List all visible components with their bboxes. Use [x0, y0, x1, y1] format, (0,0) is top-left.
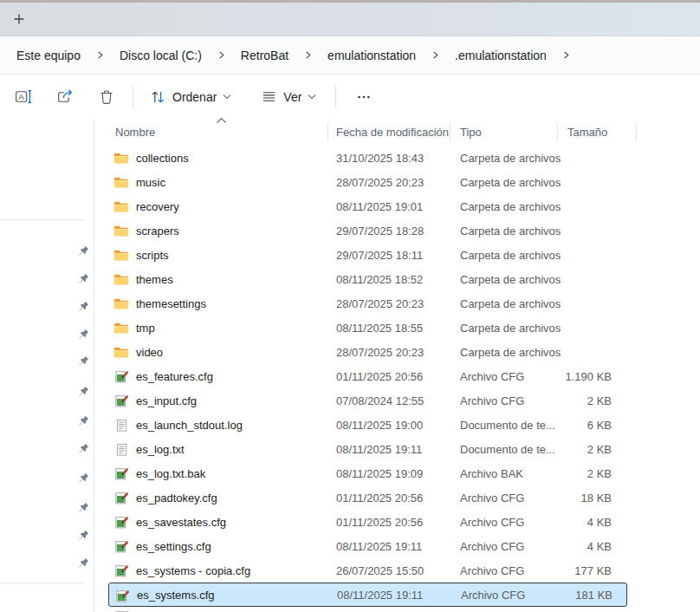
file-size [481, 218, 612, 243]
share-icon [56, 88, 75, 106]
file-name: themes [136, 267, 173, 291]
file-size [481, 340, 612, 364]
new-tab-button[interactable] [9, 9, 29, 29]
file-row[interactable]: scrapers 29/07/2025 18:28 Carpeta de arc… [108, 218, 627, 243]
file-name: es_log.txt.bak [136, 461, 205, 485]
pinned-item-pin-icon[interactable] [76, 529, 90, 541]
pinned-item-pin-icon[interactable] [76, 385, 90, 397]
file-row[interactable]: scripts 29/07/2025 18:11 Carpeta de arch… [108, 243, 627, 267]
toolbar-divider [133, 86, 133, 108]
file-name: es_systems - copia.cfg [136, 558, 250, 583]
file-size: 177 KB [481, 558, 612, 583]
file-name: es_launch_stdout.log [136, 413, 243, 437]
more-options-button[interactable] [347, 81, 381, 113]
pinned-item-pin-icon[interactable] [76, 501, 90, 513]
file-size: 2 KB [481, 388, 612, 413]
cfg-file-icon [113, 393, 129, 408]
pinned-item-pin-icon[interactable] [76, 244, 90, 257]
file-row[interactable]: es_savestates.cfg 01/11/2025 20:56 Archi… [108, 510, 627, 534]
file-row[interactable]: themes 08/11/2025 18:52 Carpeta de archi… [108, 267, 627, 291]
nav-section-divider [0, 219, 84, 220]
view-menu-button[interactable]: Ver [252, 81, 325, 113]
file-size: 18 KB [481, 485, 612, 510]
file-row[interactable]: tmp 08/11/2025 18:55 Carpeta de archivos [108, 316, 627, 340]
file-row[interactable]: es_systems - copia.cfg 26/07/2025 15:50 … [108, 558, 627, 583]
file-date: 29/07/2025 18:28 [336, 218, 424, 243]
file-date: 28/07/2025 20:23 [336, 291, 424, 316]
cfg-file-icon [113, 538, 129, 554]
file-row[interactable]: es_launch_stdout.log 08/11/2025 19:00 Do… [108, 413, 627, 437]
pinned-item-pin-icon[interactable] [76, 272, 90, 284]
cfg-file-icon [113, 368, 129, 384]
file-row[interactable]: themesettings 28/07/2025 20:23 Carpeta d… [108, 291, 627, 316]
file-row[interactable]: video 28/07/2025 20:23 Carpeta de archiv… [108, 340, 627, 364]
file-size: 2 KB [481, 461, 612, 485]
file-row[interactable]: recovery 08/11/2025 19:01 Carpeta de arc… [108, 194, 627, 218]
file-row[interactable]: es_systems.cfg 08/11/2025 19:11 Archivo … [108, 583, 627, 607]
share-button[interactable] [48, 81, 82, 113]
cfg-file-icon [113, 609, 129, 612]
folder-icon [113, 320, 129, 335]
file-row[interactable]: collections 31/10/2025 18:43 Carpeta de … [108, 146, 627, 170]
file-list: Nombre Fecha de modificación Tipo Tamaño… [94, 119, 700, 612]
breadcrumb-item[interactable]: Este equipo [4, 46, 93, 65]
file-date: 08/11/2025 19:11 [336, 534, 422, 558]
breadcrumb-item[interactable]: .emulationstation [443, 46, 559, 65]
navigation-pane [0, 119, 94, 612]
pinned-item-pin-icon[interactable] [76, 300, 90, 312]
file-date: 08/11/2025 19:01 [336, 194, 423, 218]
file-date: 28/07/2025 20:23 [336, 170, 424, 194]
text-file-icon [113, 417, 129, 433]
pinned-item-pin-icon[interactable] [76, 472, 90, 484]
file-name: es_savestates.cfg [136, 510, 226, 534]
file-date: 08/11/2025 19:11 [336, 437, 422, 461]
file-date: 01/11/2025 20:56 [336, 485, 423, 510]
sort-arrows-icon [149, 88, 166, 106]
view-menu-label: Ver [283, 90, 301, 104]
cfg-file-icon [113, 466, 129, 481]
file-row[interactable] [108, 607, 627, 612]
breadcrumb-chevron-icon[interactable] [93, 50, 107, 60]
breadcrumb-item[interactable]: RetroBat [229, 46, 301, 65]
file-rows: collections 31/10/2025 18:43 Carpeta de … [94, 119, 700, 612]
file-size: 1.190 KB [481, 364, 612, 388]
delete-button[interactable] [89, 81, 124, 113]
file-size: 4 KB [481, 510, 612, 534]
file-row[interactable]: music 28/07/2025 20:23 Carpeta de archiv… [108, 170, 627, 194]
breadcrumb-chevron-icon[interactable] [428, 50, 443, 60]
file-date: 01/11/2025 20:56 [336, 364, 423, 388]
breadcrumb-chevron-icon[interactable] [559, 50, 574, 60]
file-date: 29/07/2025 18:11 [336, 243, 423, 267]
file-row[interactable]: es_log.txt.bak 08/11/2025 19:09 Archivo … [108, 461, 627, 485]
folder-icon [113, 150, 129, 166]
file-name: collections [136, 146, 189, 170]
file-size: 181 KB [482, 583, 612, 606]
sort-menu-label: Ordenar [172, 90, 217, 104]
file-row[interactable]: es_log.txt 08/11/2025 19:11 Documento de… [108, 437, 627, 461]
file-row[interactable]: es_input.cfg 07/08/2024 12:55 Archivo CF… [108, 388, 627, 413]
file-name: es_padtokey.cfg [136, 485, 217, 510]
breadcrumb-chevron-icon[interactable] [301, 50, 315, 60]
file-row[interactable]: es_padtokey.cfg 01/11/2025 20:56 Archivo… [108, 485, 627, 510]
file-size: 2 KB [481, 437, 612, 461]
folder-icon [113, 296, 129, 311]
pinned-item-pin-icon[interactable] [76, 557, 90, 569]
file-name: tmp [136, 316, 155, 340]
pinned-item-pin-icon[interactable] [76, 355, 90, 367]
pinned-item-pin-icon[interactable] [76, 414, 90, 426]
file-row[interactable]: es_features.cfg 01/11/2025 20:56 Archivo… [108, 364, 627, 388]
breadcrumb-item[interactable]: Disco local (C:) [107, 46, 214, 65]
nav-section-divider [0, 583, 84, 583]
file-size [481, 194, 612, 218]
file-size [481, 267, 612, 291]
pinned-item-pin-icon[interactable] [76, 328, 90, 340]
breadcrumb-item[interactable]: emulationstation [315, 46, 428, 65]
sort-menu-button[interactable]: Ordenar [140, 81, 240, 113]
file-row[interactable]: es_settings.cfg 08/11/2025 19:11 Archivo… [108, 534, 627, 558]
breadcrumb-chevron-icon[interactable] [214, 50, 229, 60]
file-date: 28/07/2025 20:23 [336, 340, 424, 364]
rename-button[interactable]: A [6, 81, 41, 113]
view-list-icon [261, 88, 277, 105]
pinned-item-pin-icon[interactable] [76, 442, 90, 454]
file-name: es_log.txt [136, 437, 185, 461]
